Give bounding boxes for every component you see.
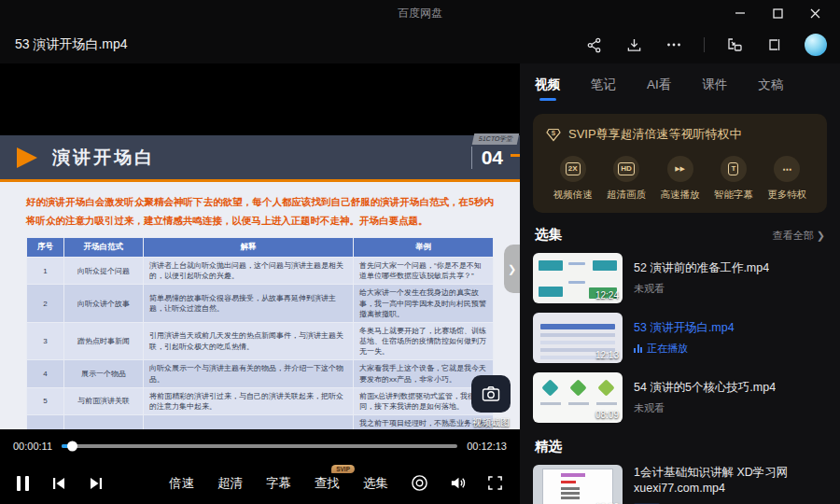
svip-card[interactable]: S SVIP尊享超清倍速等视听特权中 2X 视频倍速 HD 超清画质 ▶▶	[533, 114, 827, 213]
tab-transcript[interactable]: 文稿	[758, 77, 783, 101]
table-cell: 与前面演讲关联	[64, 387, 144, 414]
featured-item[interactable]: 18:52 1会计基础知识讲解 XD学习网 xuexi77.com.mp4 最近…	[533, 465, 827, 504]
feature-fast-play[interactable]: ▶▶ 高速播放	[653, 156, 707, 202]
feature-playback-speed[interactable]: 2X 视频倍速	[546, 156, 599, 202]
table-row: 2 向听众讲个故事 简单易懂的故事听众很容易接受，从故事再延伸到演讲主题，让听众…	[27, 285, 494, 323]
user-avatar[interactable]	[805, 34, 827, 56]
search-in-video-button[interactable]: 查找 SVIP	[315, 475, 340, 492]
loop-record-icon[interactable]	[411, 474, 428, 492]
pause-button[interactable]	[17, 476, 29, 491]
video-duration: 08:09	[595, 410, 619, 420]
table-row: 4 展示一个物品 向听众展示一个与演讲主题有关的物品，并介绍一下这个物品。 大家…	[27, 360, 494, 387]
slide-table-header-row: 序号 开场白范式 解释 举例	[27, 237, 494, 257]
table-cell: 1	[27, 257, 64, 284]
tab-notes[interactable]: 笔记	[591, 77, 616, 101]
feature-hd-quality[interactable]: HD 超清画质	[599, 156, 652, 202]
progress-handle[interactable]	[67, 441, 77, 452]
video-title: 53 演讲开场白.mp4	[634, 320, 735, 336]
subtitles-button[interactable]: 字幕	[266, 475, 291, 492]
next-video-button[interactable]	[89, 476, 104, 491]
table-cell: 将前面精彩的演讲引过来，与自己的演讲关联起来，把听众的注意力集中起来。	[144, 387, 354, 414]
minimize-button[interactable]	[728, 4, 752, 22]
table-cell: 4	[27, 360, 64, 387]
total-time: 00:12:13	[467, 441, 507, 452]
tab-video[interactable]: 视频	[535, 77, 560, 101]
svg-text:S: S	[552, 130, 556, 136]
table-cell: 3	[27, 322, 64, 360]
more-options-icon[interactable]	[664, 35, 684, 55]
table-cell: 展示一个物品	[64, 360, 144, 387]
playlist-header: 选集 查看全部 ❯	[535, 226, 825, 244]
playlist-item[interactable]: 08:09 54 演讲的5个核心技巧.mp4 未观看	[533, 372, 827, 423]
table-row: 3 蹭热点时事新闻 引用演讲当天或前几天发生的热点新闻事件，与演讲主题关联，引起…	[27, 322, 494, 360]
slide-logo-icon	[17, 147, 37, 168]
playlist-item[interactable]: 12:24 52 演讲前的准备工作.mp4 未观看	[533, 253, 827, 303]
maximize-button[interactable]	[765, 4, 790, 22]
slide-page-number: 04	[482, 147, 503, 169]
previous-video-button[interactable]	[51, 476, 66, 491]
picture-in-picture-icon[interactable]	[724, 35, 745, 55]
table-cell: 首先问大家一个问题，“你是不是不知道单位哪些数据应该脱敏后共享？”	[354, 257, 494, 284]
toolbar-divider	[704, 37, 705, 52]
player-controls: 倍速 超清 字幕 查找 SVIP 选集	[0, 462, 520, 504]
feature-more-privileges[interactable]: ⋯ 更多特权	[761, 156, 814, 202]
feature-smart-subtitles[interactable]: T 智能字幕	[707, 156, 760, 202]
progress-row: 00:00:11 00:12:13	[0, 430, 520, 462]
table-row: 1 向听众提个问题 演讲者上台就向听众抛出问题，这个问题与演讲主题是相关的，以便…	[27, 257, 494, 284]
video-thumbnail: 18:52	[533, 465, 623, 504]
close-button[interactable]	[803, 4, 827, 22]
table-cell: 向自己开炮自嘲	[64, 415, 144, 429]
video-status: 未观看	[634, 401, 776, 415]
toolbar: 53 演讲开场白.mp4	[0, 26, 840, 63]
playback-speed-button[interactable]: 倍速	[169, 475, 194, 492]
episodes-button[interactable]: 选集	[363, 475, 388, 492]
camera-icon	[482, 385, 500, 402]
mini-window-icon[interactable]	[764, 35, 785, 55]
video-stage[interactable]: 演讲开场白 04 51CTO学堂 好的演讲开场白会激发听众聚精会神听下去的欲望，…	[0, 63, 520, 429]
quality-button[interactable]: 超清	[217, 475, 243, 492]
tab-ai-view[interactable]: AI看	[647, 77, 671, 101]
table-header-cell: 解释	[144, 237, 354, 257]
brand-dash	[511, 154, 520, 157]
table-cell: 6	[27, 415, 64, 429]
sidebar-collapse-handle[interactable]: ❯	[504, 245, 520, 293]
tab-courseware[interactable]: 课件	[702, 77, 727, 101]
slide-body: 好的演讲开场白会激发听众聚精会神听下去的欲望，每个人都应该找到自己舒服的演讲开场…	[0, 182, 520, 429]
share-icon[interactable]	[583, 35, 604, 55]
chevron-right-icon: ❯	[508, 263, 516, 275]
progress-bar[interactable]	[62, 444, 457, 448]
hd-badge-icon: HD	[613, 156, 639, 182]
table-cell: 向听众展示一个与演讲主题有关的物品，并介绍一下这个物品。	[144, 360, 354, 387]
video-thumbnail: 08:09	[533, 372, 623, 423]
table-cell: 向听众讲个故事	[64, 285, 144, 323]
current-time: 00:00:11	[13, 441, 52, 452]
titlebar: 百度网盘	[0, 0, 840, 26]
download-icon[interactable]	[623, 35, 644, 55]
sidebar: 视频 笔记 AI看 课件 文稿 S SVIP尊享超清倍速等视听特权中 2X	[520, 63, 840, 504]
view-all-link[interactable]: 查看全部 ❯	[773, 229, 825, 243]
video-title: 1会计基础知识讲解 XD学习网 xuexi77.com.mp4	[634, 465, 827, 497]
slide-number-divider	[471, 147, 472, 169]
snapshot-widget: 视频截图	[471, 375, 511, 429]
svip-banner-text: SVIP尊享超清倍速等视听特权中	[568, 126, 742, 143]
playlist-item-playing[interactable]: 12:13 53 演讲开场白.mp4 正在播放	[533, 313, 827, 363]
video-status-playing: 正在播放	[634, 342, 735, 356]
video-thumbnail: 12:13	[533, 313, 623, 363]
subtitle-t-icon: T	[721, 156, 747, 182]
chevron-right-icon: ❯	[817, 230, 825, 241]
volume-icon[interactable]	[449, 474, 467, 492]
table-cell: 冬奥马上就要开始了，比赛场馆、训练基地、住宿场所的疫情防控如何做到万无一失。	[354, 322, 494, 360]
svip-badge: SVIP	[331, 465, 355, 473]
video-file-title: 53 演讲开场白.mp4	[15, 36, 128, 53]
slide-title: 演讲开场白	[52, 146, 155, 170]
video-title: 54 演讲的5个核心技巧.mp4	[634, 380, 776, 396]
sidebar-tabs: 视频 笔记 AI看 课件 文稿	[533, 75, 827, 110]
video-status: 未观看	[634, 282, 769, 296]
svip-diamond-icon: S	[546, 128, 561, 142]
speed-2x-icon: 2X	[560, 156, 586, 182]
video-snapshot-button[interactable]	[471, 375, 511, 413]
fullscreen-icon[interactable]	[487, 475, 503, 491]
fast-forward-icon: ▶▶	[667, 156, 693, 182]
table-cell: 用自己做靶子，介绍曾经的失败经历，让听众产生同理心。	[144, 415, 354, 429]
table-row: 6 向自己开炮自嘲 用自己做靶子，介绍曾经的失败经历，让听众产生同理心。 我之前…	[27, 415, 494, 429]
